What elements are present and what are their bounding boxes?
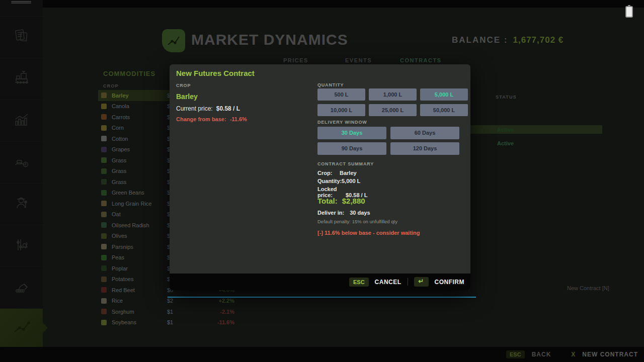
quantity-option[interactable]: 500 L bbox=[317, 88, 365, 101]
summary-quantity-value: 5,000 L bbox=[342, 178, 360, 184]
summary-section-label: CONTRACT SUMMARY bbox=[317, 161, 374, 166]
cancel-button[interactable]: CANCEL bbox=[375, 279, 401, 286]
delivery-section-label: DELIVERY WINDOW bbox=[317, 120, 367, 125]
summary-crop-label: Crop: bbox=[317, 170, 340, 176]
quantity-option[interactable]: 10,000 L bbox=[317, 104, 365, 116]
selection-underline bbox=[168, 297, 476, 298]
summary-crop-value: Barley bbox=[340, 170, 357, 176]
deliver-in-value: 30 days bbox=[350, 210, 370, 216]
delivery-options: 30 Days60 Days90 Days120 Days bbox=[317, 127, 459, 155]
change-from-base-label: Change from base: bbox=[176, 116, 226, 122]
esc-key-badge[interactable]: ESC bbox=[349, 278, 369, 287]
current-price-value: $0.58 / L bbox=[216, 105, 240, 112]
crop-section-label: CROP bbox=[176, 83, 191, 88]
deliver-in-line: Deliver in:30 days bbox=[317, 210, 370, 216]
summary-quantity-line: Quantity:5,000 L bbox=[317, 178, 360, 184]
game-screen: MARKET DYNAMICS BALANCE : 1,677,702 € PR… bbox=[0, 0, 644, 362]
delivery-option[interactable]: 30 Days bbox=[317, 127, 386, 139]
total-value: $2,880 bbox=[342, 197, 365, 205]
change-from-base-value: -11.6% bbox=[230, 116, 247, 122]
summary-total-line: Total:$2,880 bbox=[317, 197, 365, 205]
penalty-note: Default penalty: 15% on unfulfilled qty bbox=[317, 219, 397, 224]
dialog-title: New Futures Contract bbox=[176, 69, 255, 77]
quantity-section-label: QUANTITY bbox=[317, 82, 344, 87]
current-price-line: Current price:$0.58 / L bbox=[176, 105, 240, 112]
change-from-base-line: Change from base:-11.6% bbox=[176, 116, 247, 122]
quantity-option[interactable]: 50,000 L bbox=[420, 104, 468, 116]
delivery-option[interactable]: 120 Days bbox=[390, 142, 459, 155]
summary-quantity-label: Quantity: bbox=[317, 178, 342, 184]
enter-key-icon[interactable]: ↵ bbox=[414, 277, 429, 287]
confirm-button[interactable]: CONFIRM bbox=[435, 279, 465, 286]
quantity-options: 500 L1,000 L5,000 L10,000 L25,000 L50,00… bbox=[317, 88, 468, 116]
warning-note: [-] 11.6% below base - consider waiting bbox=[317, 230, 420, 236]
total-label: Total: bbox=[317, 197, 338, 205]
current-price-label: Current price: bbox=[176, 105, 213, 112]
delivery-option[interactable]: 60 Days bbox=[390, 127, 459, 139]
battery-icon bbox=[625, 6, 633, 18]
deliver-in-label: Deliver in: bbox=[317, 210, 344, 216]
dialog-footer: ESC CANCEL ↵ CONFIRM bbox=[170, 274, 470, 290]
quantity-option[interactable]: 1,000 L bbox=[369, 88, 417, 101]
delivery-option[interactable]: 90 Days bbox=[317, 142, 386, 155]
selected-crop-name: Barley bbox=[176, 93, 198, 101]
summary-crop-line: Crop:Barley bbox=[317, 170, 357, 176]
footer-divider bbox=[408, 278, 408, 286]
quantity-option[interactable]: 5,000 L bbox=[420, 88, 468, 101]
new-futures-contract-dialog: New Futures Contract CROP Barley Current… bbox=[170, 64, 470, 290]
quantity-option[interactable]: 25,000 L bbox=[369, 104, 417, 116]
